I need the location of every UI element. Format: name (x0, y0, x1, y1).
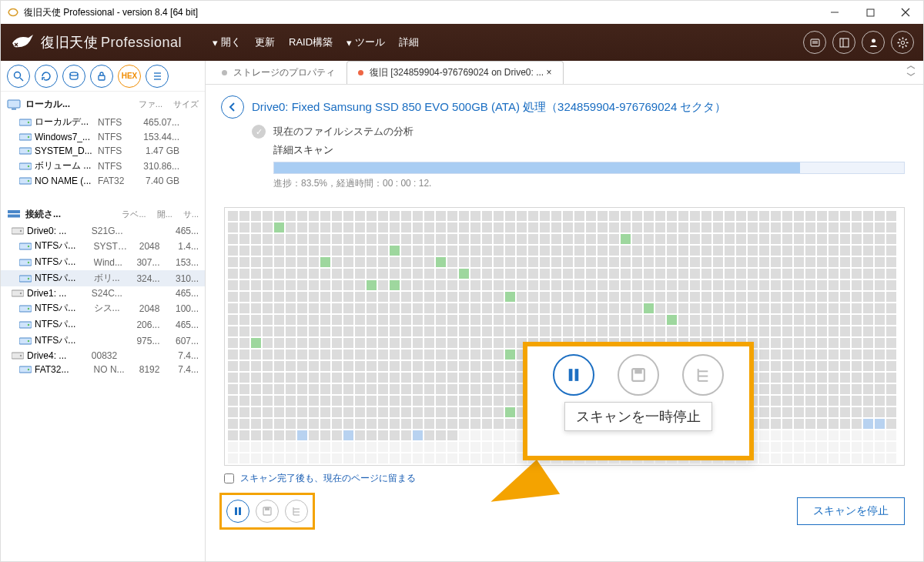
drive-row[interactable]: Drive0: ...S21G...465... (1, 224, 205, 238)
svg-rect-42 (8, 214, 20, 217)
svg-point-34 (28, 136, 29, 138)
menu-raid[interactable]: RAID構築 (289, 35, 333, 49)
tree-button[interactable] (285, 500, 308, 523)
partition-row[interactable]: NTFSパ...SYSTE...20481.4... (1, 238, 205, 254)
main-panel: ストレージのプロパティ 復旧 [324859904-976769024 on D… (206, 61, 923, 562)
svg-point-50 (28, 277, 29, 279)
menu-refresh[interactable]: 更新 (255, 35, 275, 49)
svg-rect-55 (19, 322, 32, 328)
tool-hex-button[interactable]: HEX (118, 65, 141, 88)
svg-rect-41 (8, 210, 20, 213)
toolbar-report-icon[interactable] (803, 31, 826, 54)
toolbar-settings-icon[interactable] (891, 31, 914, 54)
back-button[interactable] (221, 95, 244, 119)
tool-search-icon[interactable] (7, 65, 30, 88)
svg-rect-37 (19, 163, 32, 169)
pause-button[interactable] (226, 500, 249, 523)
svg-rect-59 (12, 353, 24, 359)
menu-tools[interactable]: ▾ ツール (346, 35, 385, 49)
svg-rect-25 (99, 75, 105, 80)
brand-text-1: 復旧天使 (41, 33, 98, 52)
main-toolbar: 復旧天使 Professional ▾ 開く 更新 RAID構築 ▾ ツール 詳… (1, 24, 923, 61)
sidebar: HEX ローカル... ファ...サイズ ローカルデ...NTFS465.07.… (1, 61, 206, 562)
tool-list-icon[interactable] (146, 65, 169, 88)
stay-on-page-checkbox[interactable] (224, 473, 234, 483)
partition-row[interactable]: NTFSパ...206...465... (1, 316, 205, 333)
window-titlebar: 復旧天使 Professional - version 8.4 [64 bit] (1, 1, 923, 24)
step2-label: 詳細スキャン (273, 143, 905, 157)
svg-rect-29 (8, 100, 20, 108)
brand-text-2: Professional (101, 35, 182, 51)
save-button[interactable] (256, 500, 279, 523)
stay-label: スキャン完了後も、現在のページに留まる (240, 472, 416, 485)
drive-row[interactable]: Drive4: ...008327.4... (1, 349, 205, 363)
tool-lock-icon[interactable] (90, 65, 113, 88)
svg-rect-53 (19, 306, 32, 312)
volume-row[interactable]: ローカルデ...NTFS465.07... (1, 114, 205, 130)
svg-point-13 (901, 41, 904, 44)
tool-refresh-icon[interactable] (35, 65, 58, 88)
tab-bar: ストレージのプロパティ 復旧 [324859904-976769024 on D… (206, 61, 923, 85)
svg-point-54 (28, 307, 29, 309)
brand-logo: 復旧天使 Professional (10, 32, 182, 53)
step1-label: 現在のファイルシステムの分析 (273, 125, 413, 139)
group-connected-header[interactable]: 接続さ... ラベ...開...サ... (1, 205, 205, 224)
step-check-icon: ✓ (252, 125, 266, 139)
svg-point-32 (28, 121, 29, 122)
drive-row[interactable]: Drive1: ...S24C...465... (1, 286, 205, 300)
svg-rect-45 (19, 243, 32, 249)
svg-rect-31 (19, 119, 32, 125)
svg-rect-63 (235, 507, 237, 515)
svg-line-20 (905, 38, 906, 40)
svg-point-56 (28, 323, 29, 325)
svg-rect-39 (19, 178, 32, 184)
stop-scan-button[interactable]: スキャンを停止 (797, 497, 905, 525)
svg-point-36 (28, 150, 29, 152)
main-menu: ▾ 開く 更新 RAID構築 ▾ ツール 詳細 (213, 35, 419, 49)
close-button[interactable] (888, 1, 923, 24)
tool-disk-icon[interactable] (62, 65, 85, 88)
volume-row[interactable]: NO NAME (...FAT327.40 GB (1, 174, 205, 188)
svg-rect-33 (19, 134, 32, 140)
svg-rect-10 (840, 38, 849, 47)
svg-point-12 (872, 38, 875, 42)
sidebar-toolbar: HEX (1, 61, 205, 92)
svg-rect-49 (19, 276, 32, 282)
tab-recovery[interactable]: 復旧 [324859904-976769024 on Drive0: ... × (346, 61, 564, 84)
menu-detail[interactable]: 詳細 (399, 35, 419, 49)
svg-line-21 (899, 45, 900, 46)
storage-icon (7, 209, 21, 220)
toolbar-user-icon[interactable] (862, 31, 885, 54)
volume-row[interactable]: Windows7_...NTFS153.44... (1, 130, 205, 144)
menu-open[interactable]: ▾ 開く (213, 35, 241, 49)
tab-storage-properties[interactable]: ストレージのプロパティ (210, 61, 346, 84)
progress-bar (273, 162, 905, 174)
svg-point-52 (20, 293, 22, 294)
svg-rect-57 (19, 338, 32, 344)
svg-rect-43 (12, 228, 24, 234)
minimize-button[interactable] (817, 1, 852, 24)
svg-rect-30 (12, 109, 16, 110)
svg-point-44 (20, 230, 22, 232)
partition-row[interactable]: FAT32...NO N...81927.4... (1, 363, 205, 376)
volume-row[interactable]: ボリューム ...NTFS310.86... (1, 158, 205, 174)
group-local-header[interactable]: ローカル... ファ...サイズ (1, 95, 205, 114)
partition-row[interactable]: NTFSパ...シス...2048100... (1, 300, 205, 316)
svg-line-19 (905, 45, 906, 46)
tab-dot-icon (358, 70, 363, 75)
svg-rect-1 (867, 9, 874, 16)
volume-row[interactable]: SYSTEM_D...NTFS1.47 GB (1, 144, 205, 158)
toolbar-panel-icon[interactable] (832, 31, 855, 54)
partition-row[interactable]: NTFSパ...ボリ...324...310... (1, 270, 205, 286)
maximize-button[interactable] (852, 1, 888, 24)
tab-menu-icon[interactable] (906, 65, 916, 76)
tab-dot-icon (222, 70, 227, 75)
partition-row[interactable]: NTFSパ...Wind...307...153... (1, 254, 205, 270)
sector-map (224, 207, 905, 466)
svg-point-40 (28, 180, 29, 182)
svg-point-24 (70, 72, 78, 75)
monitor-icon (7, 99, 21, 110)
svg-line-18 (899, 38, 900, 40)
partition-row[interactable]: NTFSパ...975...607... (1, 333, 205, 349)
svg-rect-64 (239, 507, 241, 515)
